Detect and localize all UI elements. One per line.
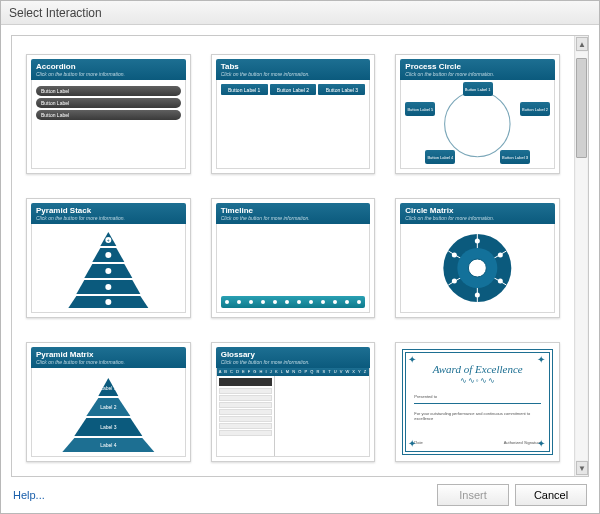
certificate-sig-label: Authorized Signature — [504, 440, 541, 445]
cancel-button[interactable]: Cancel — [515, 484, 587, 506]
thumb-title: Glossary — [221, 350, 366, 359]
interaction-circle-matrix[interactable]: Circle Matrix Click on the button for mo… — [395, 198, 560, 318]
thumb-body: Button Label 1 Button Label 2 Button Lab… — [216, 80, 371, 169]
svg-point-8 — [105, 284, 111, 290]
thumb-title: Pyramid Stack — [36, 206, 181, 215]
thumb-header: Timeline Click on the button for more in… — [216, 203, 371, 224]
interaction-glossary[interactable]: Glossary Click on the button for more in… — [211, 342, 376, 462]
certificate-title: Award of Excellence — [433, 363, 523, 375]
thumb-header: Process Circle Click on the button for m… — [400, 59, 555, 80]
thumb-header: Pyramid Stack Click on the button for mo… — [31, 203, 186, 224]
tab-button: Button Label 1 — [221, 84, 268, 95]
certificate-sig-row: Date Authorized Signature — [414, 440, 541, 445]
pm-label: Label 2 — [100, 404, 117, 410]
interaction-tabs[interactable]: Tabs Click on the button for more inform… — [211, 54, 376, 174]
thumb-title: Timeline — [221, 206, 366, 215]
interaction-panel: Accordion Click on the button for more i… — [11, 35, 589, 477]
dialog-content: Accordion Click on the button for more i… — [1, 25, 599, 477]
circle-matrix-icon — [405, 228, 550, 308]
pm-label: Label 1 — [100, 385, 117, 391]
thumb-subtitle: Click on the button for more information… — [221, 359, 366, 365]
accordion-row: Button Label — [36, 86, 181, 96]
ornament-icon: ✦ — [537, 439, 547, 449]
process-node: Button Label 3 — [500, 150, 530, 164]
accordion-row: Button Label — [36, 98, 181, 108]
glossary-alpha-bar: A B C D E F G H I J K L M N O P Q R S T … — [217, 368, 370, 376]
svg-point-23 — [452, 253, 457, 258]
dialog-footer: Help... Insert Cancel — [1, 477, 599, 513]
thumb-header: Tabs Click on the button for more inform… — [216, 59, 371, 80]
ornament-icon: ✦ — [408, 439, 418, 449]
thumb-body — [216, 224, 371, 313]
interaction-pyramid-stack[interactable]: Pyramid Stack Click on the button for mo… — [26, 198, 191, 318]
thumb-title: Accordion — [36, 62, 181, 71]
interaction-grid: Accordion Click on the button for more i… — [26, 54, 560, 462]
insert-button[interactable]: Insert — [437, 484, 509, 506]
thumb-header: Glossary Click on the button for more in… — [216, 347, 371, 368]
thumb-header: Circle Matrix Click on the button for mo… — [400, 203, 555, 224]
tab-row: Button Label 1 Button Label 2 Button Lab… — [221, 84, 366, 95]
ornament-icon: ✦ — [408, 355, 418, 365]
swirl-icon: ∿∿◦∿∿ — [460, 376, 496, 385]
thumb-body: A B C D E F G H I J K L M N O P Q R S T … — [216, 368, 371, 457]
svg-point-18 — [475, 239, 480, 244]
interaction-pyramid-matrix[interactable]: Pyramid Matrix Click on the button for m… — [26, 342, 191, 462]
scroll-up-button[interactable]: ▲ — [576, 37, 588, 51]
thumb-body: Button Label 1 Button Label 2 Button Lab… — [400, 80, 555, 169]
scroll-track[interactable] — [576, 52, 587, 460]
interaction-certificate[interactable]: ✦ ✦ ✦ ✦ Award of Excellence ∿∿◦∿∿ Presen… — [395, 342, 560, 462]
thumb-header: Pyramid Matrix Click on the button for m… — [31, 347, 186, 368]
interaction-scroll-area: Accordion Click on the button for more i… — [12, 36, 574, 476]
scroll-down-button[interactable]: ▼ — [576, 461, 588, 475]
certificate-body: For your outstanding performance and con… — [414, 411, 541, 421]
process-node: Button Label 5 — [405, 102, 435, 116]
pyramid-matrix-icon: Label 1 Label 2 Label 3 Label 4 — [36, 372, 181, 452]
certificate-presented: Presented to — [414, 394, 541, 399]
scroll-thumb[interactable] — [576, 58, 587, 158]
thumb-subtitle: Click on the button for more information… — [36, 215, 181, 221]
svg-point-7 — [105, 268, 111, 274]
interaction-accordion[interactable]: Accordion Click on the button for more i… — [26, 54, 191, 174]
ornament-icon: ✦ — [537, 355, 547, 365]
glossary-search-icon — [219, 378, 272, 386]
tab-button: Button Label 2 — [270, 84, 317, 95]
accordion-row: Button Label — [36, 110, 181, 120]
svg-point-6 — [105, 252, 111, 258]
help-link[interactable]: Help... — [13, 489, 45, 501]
thumb-body — [400, 224, 555, 313]
thumb-subtitle: Click on the button for more information… — [405, 215, 550, 221]
svg-point-22 — [452, 279, 457, 284]
pm-label: Label 3 — [100, 424, 117, 430]
thumb-subtitle: Click on the button for more information… — [36, 71, 181, 77]
pm-label: Label 4 — [100, 442, 117, 448]
glossary-detail — [275, 376, 370, 456]
dialog-title: Select Interaction — [9, 6, 102, 20]
thumb-title: Pyramid Matrix — [36, 350, 181, 359]
thumb-body: Button Label Button Label Button Label — [31, 80, 186, 169]
pyramid-stack-icon: + — [36, 228, 181, 308]
process-node: Button Label 4 — [425, 150, 455, 164]
svg-point-9 — [105, 299, 111, 305]
select-interaction-dialog: Select Interaction Accordion Click on th… — [0, 0, 600, 514]
thumb-title: Tabs — [221, 62, 366, 71]
thumb-title: Circle Matrix — [405, 206, 550, 215]
thumb-subtitle: Click on the button for more information… — [405, 71, 550, 77]
glossary-list — [217, 376, 275, 456]
certificate-name-line — [414, 403, 541, 404]
thumb-body: + — [31, 224, 186, 313]
scrollbar[interactable]: ▲ ▼ — [574, 36, 588, 476]
process-node: Button Label 2 — [520, 102, 550, 116]
svg-point-19 — [498, 253, 503, 258]
interaction-process-circle[interactable]: Process Circle Click on the button for m… — [395, 54, 560, 174]
glossary-body — [217, 376, 370, 456]
svg-point-21 — [475, 293, 480, 298]
thumb-subtitle: Click on the button for more information… — [221, 215, 366, 221]
tab-button: Button Label 3 — [318, 84, 365, 95]
thumb-header: Accordion Click on the button for more i… — [31, 59, 186, 80]
thumb-title: Process Circle — [405, 62, 550, 71]
svg-point-20 — [498, 279, 503, 284]
thumb-body: Label 1 Label 2 Label 3 Label 4 — [31, 368, 186, 457]
thumb-subtitle: Click on the button for more information… — [221, 71, 366, 77]
interaction-timeline[interactable]: Timeline Click on the button for more in… — [211, 198, 376, 318]
dialog-titlebar: Select Interaction — [1, 1, 599, 25]
